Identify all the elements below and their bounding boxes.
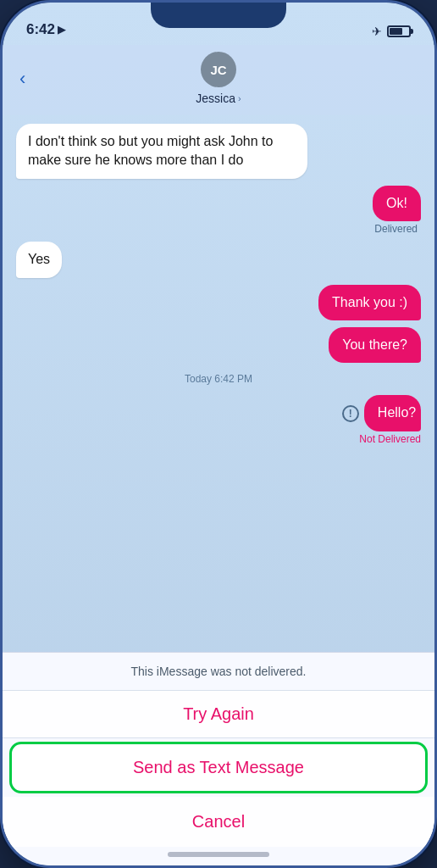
cancel-button[interactable]: Cancel (3, 797, 434, 847)
message-text: Thank you :) (332, 295, 407, 309)
error-icon: ! (342, 405, 359, 422)
try-again-label: Try Again (183, 704, 254, 723)
delivered-status: Delivered (374, 223, 421, 235)
not-delivered-row: ! Hello? (334, 395, 421, 431)
status-time: 6:42 ▶ (26, 21, 65, 38)
cancel-label: Cancel (192, 812, 245, 831)
home-indicator (168, 852, 269, 857)
status-icons: ✈ (372, 25, 411, 38)
list-item: Thank you :) (16, 285, 421, 320)
message-text: Ok! (386, 196, 407, 210)
avatar: JC (201, 52, 236, 87)
action-sheet: This iMessage was not delivered. Try Aga… (3, 652, 434, 865)
timestamp-divider: Today 6:42 PM (16, 370, 421, 388)
sent-bubble: Ok! (373, 186, 421, 221)
phone-frame: 6:42 ▶ ✈ ‹ JC Jessica › (0, 0, 437, 868)
contact-info[interactable]: JC Jessica › (196, 52, 241, 105)
sent-bubble: You there? (329, 327, 421, 363)
message-text: You there? (342, 337, 407, 352)
chat-header: ‹ JC Jessica › (3, 45, 434, 115)
send-as-text-label: Send as Text Message (133, 758, 304, 776)
send-as-text-button[interactable]: Send as Text Message (9, 742, 428, 793)
messages-area: I don't think so but you might ask John … (3, 115, 434, 652)
try-again-button[interactable]: Try Again (3, 691, 434, 738)
phone-screen: 6:42 ▶ ✈ ‹ JC Jessica › (3, 3, 434, 865)
contact-name-text: Jessica (196, 92, 235, 105)
list-item: Yes (16, 242, 421, 277)
timestamp-text: Today 6:42 PM (185, 373, 252, 385)
contact-name-row: Jessica › (196, 92, 241, 105)
back-button[interactable]: ‹ (19, 68, 25, 90)
airplane-icon: ✈ (372, 25, 382, 38)
sent-bubble: Thank you :) (318, 285, 421, 320)
location-icon: ▶ (58, 24, 65, 36)
battery-icon (387, 25, 411, 37)
received-bubble: I don't think so but you might ask John … (16, 124, 307, 179)
notch (151, 3, 286, 28)
list-item: You there? (16, 327, 421, 363)
received-bubble: Yes (16, 242, 62, 277)
action-sheet-info-text: This iMessage was not delivered. (131, 665, 307, 678)
list-item: I don't think so but you might ask John … (16, 124, 421, 179)
action-sheet-info: This iMessage was not delivered. (3, 653, 434, 691)
message-text: I don't think so but you might ask John … (28, 134, 273, 167)
contact-chevron-icon: › (238, 93, 241, 103)
battery-fill (390, 28, 402, 35)
list-item: ! Hello? Not Delivered (16, 395, 421, 444)
list-item: Ok! Delivered (16, 186, 421, 235)
sent-bubble: Hello? (364, 395, 421, 431)
message-text: Yes (28, 252, 50, 266)
time-display: 6:42 (26, 21, 55, 38)
not-delivered-status: Not Delivered (359, 433, 421, 445)
message-text: Hello? (378, 405, 416, 420)
